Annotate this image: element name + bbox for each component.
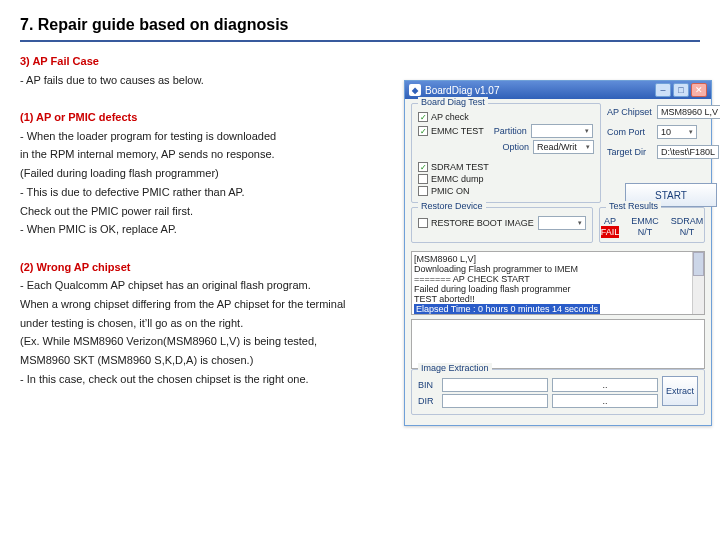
cb-pmic-on-label: PMIC ON	[431, 186, 470, 196]
minimize-button[interactable]: –	[655, 83, 671, 97]
chevron-down-icon: ▾	[586, 143, 590, 151]
partition-label: Partition	[494, 126, 527, 136]
dir-field[interactable]	[442, 394, 548, 408]
bin-label: BIN	[418, 380, 438, 390]
cb-sdram[interactable]: SDRAM TEST	[418, 162, 489, 172]
log-pane[interactable]: [MSM8960 L,V] Downloading Flash programm…	[411, 251, 705, 315]
group-title-diag: Board Diag Test	[418, 97, 488, 107]
page-title: 7. Repair guide based on diagnosis	[0, 0, 720, 40]
chevron-down-icon: ▾	[689, 128, 693, 136]
partition-combo[interactable]: ▾	[531, 124, 593, 138]
group-title-extract: Image Extraction	[418, 363, 492, 373]
bin-field[interactable]	[442, 378, 548, 392]
cb-restore[interactable]: RESTORE BOOT IMAGE	[418, 218, 534, 228]
cb-emmc-dump-label: EMMC dump	[431, 174, 484, 184]
group-title-results: Test Results	[606, 201, 661, 211]
bin-browse-button[interactable]: ..	[552, 378, 658, 392]
res-emmc-label: EMMC	[631, 216, 659, 226]
ap-chipset-value: MSM8960 L,V	[661, 107, 718, 117]
close-button[interactable]: ✕	[691, 83, 707, 97]
ap-chipset-label: AP Chipset	[607, 107, 653, 117]
res-ap-value: FAIL	[601, 226, 620, 238]
dir-browse-button[interactable]: ..	[552, 394, 658, 408]
extract-button[interactable]: Extract	[662, 376, 698, 406]
app-icon: ◆	[409, 84, 421, 96]
maximize-button[interactable]: □	[673, 83, 689, 97]
cb-emmc-test[interactable]: EMMC TEST	[418, 126, 484, 136]
blank-pane	[411, 319, 705, 369]
log-line: TEST aborted!!	[414, 294, 702, 304]
checkbox-icon	[418, 112, 428, 122]
option-value: Read/Writ	[537, 142, 577, 152]
window-title: BoardDiag v1.07	[425, 85, 500, 96]
res-emmc-value: N/T	[631, 226, 659, 238]
com-port-label: Com Port	[607, 127, 653, 137]
option-combo[interactable]: Read/Writ▾	[533, 140, 594, 154]
chevron-down-icon: ▾	[585, 127, 589, 135]
com-port-value: 10	[661, 127, 671, 137]
log-line: ======= AP CHECK START	[414, 274, 702, 284]
res-sdram-label: SDRAM	[671, 216, 704, 226]
group-extract: Image Extraction BIN .. DIR .. Extract	[411, 369, 705, 415]
checkbox-icon	[418, 174, 428, 184]
cb-pmic-on[interactable]: PMIC ON	[418, 186, 470, 196]
log-line: [MSM8960 L,V]	[414, 254, 702, 264]
res-sdram-value: N/T	[671, 226, 704, 238]
group-board-diag: Board Diag Test AP check EMMC TEST Parti…	[411, 103, 601, 203]
cb-ap-check-label: AP check	[431, 112, 469, 122]
group-results: Test Results APFAIL EMMCN/T SDRAMN/T	[599, 207, 705, 243]
cb-emmc-dump[interactable]: EMMC dump	[418, 174, 484, 184]
cb-emmc-test-label: EMMC TEST	[431, 126, 484, 136]
target-dir-label: Target Dir	[607, 147, 653, 157]
cb-sdram-label: SDRAM TEST	[431, 162, 489, 172]
sec3-heading: 3) AP Fail Case	[20, 52, 700, 71]
dir-label: DIR	[418, 396, 438, 406]
scrollbar[interactable]	[692, 252, 704, 314]
checkbox-icon	[418, 126, 428, 136]
log-line: Failed during loading flash programmer	[414, 284, 702, 294]
target-dir-value: D:\test\F180L	[661, 147, 715, 157]
checkbox-icon	[418, 162, 428, 172]
scrollbar-thumb[interactable]	[693, 252, 704, 276]
group-title-restore: Restore Device	[418, 201, 486, 211]
cb-ap-check[interactable]: AP check	[418, 112, 469, 122]
option-label: Option	[502, 142, 529, 152]
checkbox-icon	[418, 186, 428, 196]
checkbox-icon	[418, 218, 428, 228]
group-restore: Restore Device RESTORE BOOT IMAGE ▾	[411, 207, 593, 243]
res-ap-label: AP	[601, 216, 620, 226]
ap-chipset-combo[interactable]: MSM8960 L,V▾	[657, 105, 720, 119]
cb-restore-label: RESTORE BOOT IMAGE	[431, 218, 534, 228]
log-highlight: Elapsed Time : 0 hours 0 minutes 14 seco…	[414, 304, 600, 314]
log-line: Downloading Flash programmer to IMEM	[414, 264, 702, 274]
boarddiag-window: ◆ BoardDiag v1.07 – □ ✕ Board Diag Test …	[404, 80, 712, 426]
chevron-down-icon: ▾	[578, 219, 582, 227]
target-dir-field[interactable]: D:\test\F180L	[657, 145, 719, 159]
restore-combo[interactable]: ▾	[538, 216, 586, 230]
title-divider	[20, 40, 700, 42]
com-port-combo[interactable]: 10▾	[657, 125, 697, 139]
